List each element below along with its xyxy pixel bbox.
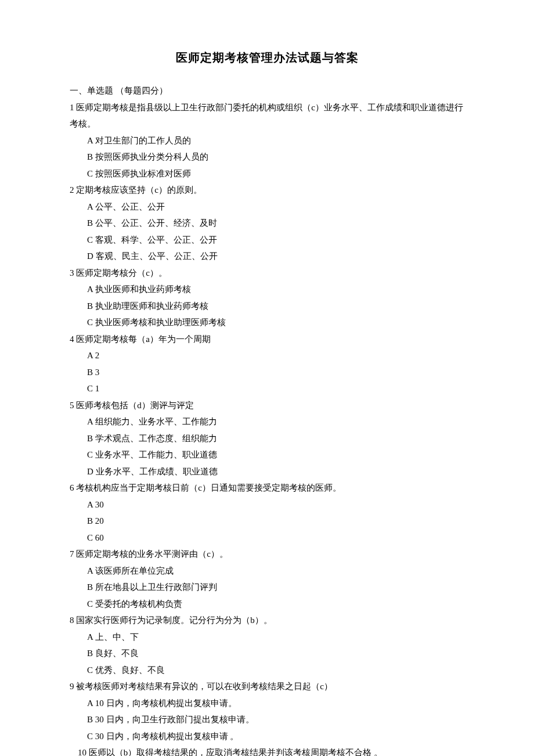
q1-option-a: A 对卫生部门的工作人员的 (87, 132, 464, 149)
q8-option-a: A 上、中、下 (87, 629, 464, 646)
q1-option-c: C 按照医师执业标准对医师 (87, 165, 464, 182)
q4-option-a: A 2 (87, 347, 464, 364)
q1-option-b: B 按照医师执业分类分科人员的 (87, 149, 464, 165)
q3-option-c: C 执业医师考核和执业助理医师考核 (87, 314, 464, 331)
q7-option-a: A 该医师所在单位完成 (87, 563, 464, 579)
q8-option-c: C 优秀、良好、不良 (87, 662, 464, 679)
q4-option-b: B 3 (87, 364, 464, 381)
document-title: 医师定期考核管理办法试题与答案 (70, 46, 464, 69)
question-7: 7 医师定期考核的业务水平测评由（c）。 (70, 546, 464, 563)
q6-option-b: B 20 (87, 513, 464, 530)
question-5: 5 医师考核包括（d）测评与评定 (70, 397, 464, 414)
q5-option-c: C 业务水平、工作能力、职业道德 (87, 447, 464, 463)
q2-option-c: C 客观、科学、公平、公正、公开 (87, 232, 464, 249)
q4-option-c: C 1 (87, 380, 464, 397)
q2-option-d: D 客观、民主、公平、公正、公开 (87, 248, 464, 265)
q6-option-a: A 30 (87, 496, 464, 513)
question-1: 1 医师定期考核是指县级以上卫生行政部门委托的机构或组织（c）业务水平、工作成绩… (70, 99, 464, 132)
q5-option-b: B 学术观点、工作态度、组织能力 (87, 430, 464, 447)
q2-option-b: B 公平、公正、公开、经济、及时 (87, 215, 464, 232)
question-3: 3 医师定期考核分（c）。 (70, 265, 464, 282)
q5-option-a: A 组织能力、业务水平、工作能力 (87, 413, 464, 430)
question-4: 4 医师定期考核每（a）年为一个周期 (70, 331, 464, 348)
question-8: 8 国家实行医师行为记录制度。记分行为分为（b）。 (70, 612, 464, 629)
question-6: 6 考核机构应当于定期考核日前（c）日通知需要接受定期考核的医师。 (70, 480, 464, 496)
section-1-heading: 一、单选题 （每题四分） (70, 82, 464, 99)
q9-option-a: A 10 日内，向考核机构提出复核申请。 (87, 695, 464, 712)
q2-option-a: A 公平、公正、公开 (87, 199, 464, 215)
q5-option-d: D 业务水平、工作成绩、职业道德 (87, 463, 464, 480)
q8-option-b: B 良好、不良 (87, 645, 464, 662)
q7-option-c: C 受委托的考核机构负责 (87, 596, 464, 613)
q9-option-c: C 30 日内，向考核机构提出复核申请 。 (87, 728, 464, 745)
document-page: 医师定期考核管理办法试题与答案 一、单选题 （每题四分） 1 医师定期考核是指县… (0, 0, 534, 756)
q6-option-c: C 60 (87, 530, 464, 546)
q9-option-b: B 30 日内，向卫生行政部门提出复核申请。 (87, 711, 464, 728)
q7-option-b: B 所在地县以上卫生行政部门评判 (87, 579, 464, 596)
question-9: 9 被考核医师对考核结果有异议的，可以在收到考核结果之日起（c） (70, 678, 464, 695)
question-2: 2 定期考核应该坚持（c）的原则。 (70, 182, 464, 199)
q3-option-a: A 执业医师和执业药师考核 (87, 281, 464, 298)
question-10: 10 医师以（b）取得考核结果的，应取消考核结果并判该考核周期考核不合格 。 (78, 744, 464, 756)
q3-option-b: B 执业助理医师和执业药师考核 (87, 298, 464, 315)
